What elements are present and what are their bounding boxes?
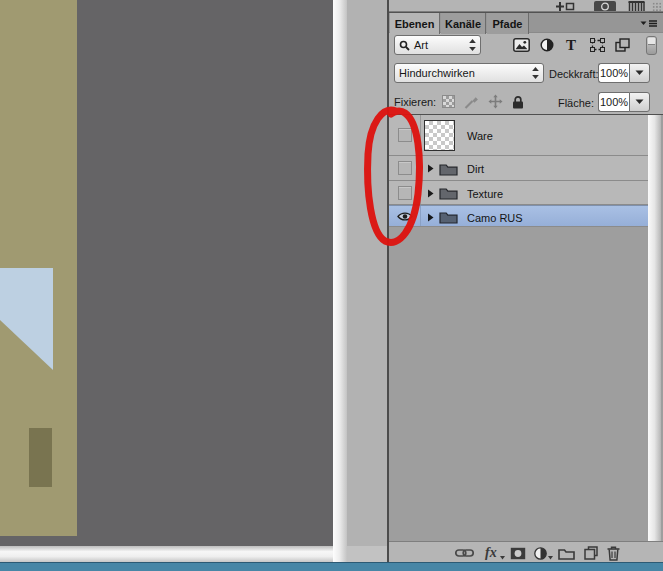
tab-label: Ebenen [395,18,435,30]
delete-layer-trash-icon[interactable] [607,546,620,561]
filter-toggle-switch[interactable] [646,36,657,55]
lock-buttons [442,94,524,109]
resize-grip-icon[interactable] [652,2,662,12]
group-folder-icon [439,210,458,224]
layer-row-camo-rus[interactable]: Camo RUS [389,205,650,227]
chevron-down-icon [635,99,644,105]
tab-label: Pfade [493,18,523,30]
visibility-checkbox-empty[interactable] [398,128,412,142]
panel-dock-header [389,0,663,12]
opacity-label: Deckkraft: [549,68,594,80]
document-canvas[interactable] [0,0,77,536]
search-icon [399,40,410,51]
layer-row-dirt[interactable]: Dirt [389,156,650,181]
layer-row-texture[interactable]: Texture [389,181,650,205]
layer-name: Camo RUS [467,212,523,224]
visibility-checkbox-empty[interactable] [398,161,412,175]
tab-pfade[interactable]: Pfade [487,13,529,34]
eye-icon[interactable] [397,211,413,222]
opacity-dropdown-button[interactable] [629,63,650,83]
toggle-handle [648,38,655,45]
layers-panel: Ebenen Kanäle Pfade Art [389,0,663,563]
layer-list-scrollbar[interactable] [648,115,661,542]
filter-type-layers-icon[interactable]: T [565,37,578,52]
filter-shape-layers-icon[interactable] [590,38,605,52]
layer-name: Texture [467,188,503,200]
panel-tabbar: Ebenen Kanäle Pfade [389,12,663,33]
lock-all-icon[interactable] [512,95,524,109]
link-layers-icon[interactable] [455,548,474,558]
opacity-control: 100% [598,63,650,83]
panel-menu-icon[interactable] [640,19,657,28]
layer-name: Dirt [467,163,484,175]
lock-paint-brush-icon[interactable] [464,95,479,109]
layer-style-fx-icon[interactable]: fx [485,546,497,560]
scrollbar-corner [347,546,387,562]
horizontal-scrollbar[interactable] [0,546,333,562]
artwork-blue-shape [0,268,53,370]
fill-value[interactable]: 100% [598,92,629,112]
visibility-checkbox-empty[interactable] [398,186,412,200]
tab-label: Kanäle [445,18,481,30]
tab-ebenen[interactable]: Ebenen [390,13,440,34]
expand-triangle-icon[interactable] [427,213,434,222]
lock-position-icon[interactable] [488,94,503,109]
move-tool-icon[interactable] [555,1,575,12]
filter-smart-objects-icon[interactable] [615,38,630,52]
lock-label: Fixieren: [394,96,436,108]
taskbar-edge [0,562,663,571]
filter-adjustment-layers-icon[interactable] [540,38,554,52]
brushes-icon[interactable] [627,1,646,12]
add-adjustment-layer-icon[interactable] [534,547,547,560]
layer-list: Ware Dirt [389,114,663,541]
vertical-scrollbar[interactable] [333,0,347,562]
expand-triangle-icon[interactable] [427,189,434,198]
group-folder-icon [439,162,458,176]
add-layer-mask-icon[interactable] [510,547,526,560]
visibility-cell[interactable] [389,206,421,226]
layers-bottom-toolbar: fx [389,541,663,563]
new-layer-icon[interactable] [584,546,598,560]
blend-mode-value: Hindurchwirken [399,67,528,79]
layer-row-ware[interactable]: Ware [389,115,650,156]
adjustment-menu-arrow-icon [548,556,553,560]
expand-triangle-icon[interactable] [427,164,434,173]
camera-icon[interactable] [594,1,616,12]
filter-kind-value: Art [414,39,465,51]
filter-pixel-layers-icon[interactable] [513,38,530,52]
fill-label: Fläche: [549,97,594,109]
group-folder-icon [439,186,458,200]
svg-text:T: T [566,37,576,52]
photoshop-window: Ebenen Kanäle Pfade Art [0,0,663,571]
tab-kanaele[interactable]: Kanäle [441,13,486,34]
new-group-icon[interactable] [558,547,575,560]
chevron-down-icon [635,70,644,76]
layer-thumbnail-transparent[interactable] [424,120,455,151]
fill-control: 100% [598,92,650,112]
blend-mode-dropdown[interactable]: Hindurchwirken [394,63,544,83]
artwork-olive-rectangle [29,428,52,487]
panel-dock-gutter [347,0,389,563]
layer-name: Ware [467,130,493,142]
visibility-cell[interactable] [389,115,421,155]
fill-dropdown-button[interactable] [629,92,650,112]
lock-transparency-icon[interactable] [442,95,455,108]
spinner-icon [469,39,476,51]
fx-menu-arrow-icon [500,556,505,560]
spinner-icon [532,67,539,79]
opacity-value[interactable]: 100% [598,63,629,83]
visibility-cell[interactable] [389,156,421,180]
filter-kind-dropdown[interactable]: Art [394,35,481,55]
canvas-background [0,0,333,546]
visibility-cell[interactable] [389,181,421,204]
